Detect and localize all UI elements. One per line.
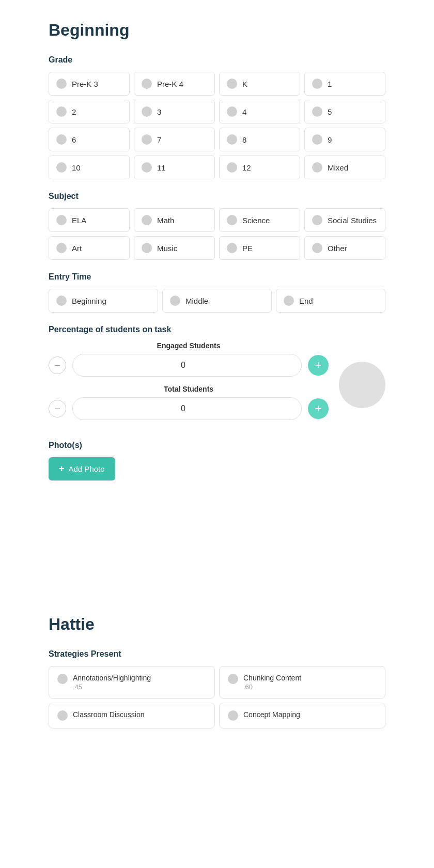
grade-option-12[interactable]: 12 bbox=[219, 156, 300, 179]
radio-music bbox=[142, 243, 152, 253]
entry-time-option-middle[interactable]: Middle bbox=[162, 289, 272, 313]
radio-10 bbox=[56, 162, 67, 173]
pie-chart bbox=[339, 362, 385, 408]
grade-option-10[interactable]: 10 bbox=[49, 156, 130, 179]
total-minus-button[interactable]: − bbox=[49, 400, 66, 417]
radio-5 bbox=[312, 106, 322, 117]
radio-8 bbox=[227, 134, 237, 145]
grade-option-prek3[interactable]: Pre-K 3 bbox=[49, 72, 130, 96]
total-students-input[interactable] bbox=[72, 397, 302, 420]
photos-section: Photo(s) + Add Photo bbox=[49, 441, 385, 481]
subject-label-other: Other bbox=[328, 244, 347, 253]
subject-option-pe[interactable]: PE bbox=[219, 236, 300, 260]
radio-pe bbox=[227, 243, 237, 253]
subject-option-social-studies[interactable]: Social Studies bbox=[304, 208, 385, 232]
strategy-name-annotations: Annotations/Highlighting bbox=[73, 674, 151, 682]
grade-option-9[interactable]: 9 bbox=[304, 128, 385, 151]
radio-chunking bbox=[228, 674, 238, 684]
photos-label: Photo(s) bbox=[49, 441, 385, 450]
grade-option-2[interactable]: 2 bbox=[49, 100, 130, 123]
grade-label-9: 9 bbox=[328, 135, 332, 144]
strategy-item-concept-mapping[interactable]: Concept Mapping bbox=[219, 703, 385, 729]
subject-label-music: Music bbox=[157, 244, 177, 253]
strategies-field: Strategies Present Annotations/Highlight… bbox=[49, 649, 385, 729]
grade-option-7[interactable]: 7 bbox=[134, 128, 215, 151]
engaged-students-label: Engaged Students bbox=[49, 342, 329, 350]
beginning-title: Beginning bbox=[49, 21, 385, 40]
entry-time-label-middle: Middle bbox=[185, 297, 208, 305]
radio-social-studies bbox=[312, 215, 322, 225]
strategies-grid: Annotations/Highlighting .45 Chunking Co… bbox=[49, 666, 385, 729]
entry-time-option-beginning[interactable]: Beginning bbox=[49, 289, 158, 313]
subject-option-other[interactable]: Other bbox=[304, 236, 385, 260]
radio-6 bbox=[56, 134, 67, 145]
strategy-name-concept-mapping: Concept Mapping bbox=[243, 710, 300, 719]
total-students-label: Total Students bbox=[49, 385, 329, 393]
strategies-label: Strategies Present bbox=[49, 649, 385, 659]
grade-label-6: 6 bbox=[72, 135, 76, 144]
total-plus-button[interactable]: + bbox=[308, 398, 329, 419]
strategy-text-classroom-discussion: Classroom Discussion bbox=[73, 710, 144, 720]
add-photo-button[interactable]: + Add Photo bbox=[49, 457, 115, 481]
strategy-text-concept-mapping: Concept Mapping bbox=[243, 710, 300, 720]
grade-option-11[interactable]: 11 bbox=[134, 156, 215, 179]
radio-annotations bbox=[57, 674, 68, 684]
radio-3 bbox=[142, 106, 152, 117]
radio-ela bbox=[56, 215, 67, 225]
radio-11 bbox=[142, 162, 152, 173]
subject-label-art: Art bbox=[72, 244, 82, 253]
grade-option-6[interactable]: 6 bbox=[49, 128, 130, 151]
strategy-item-classroom-discussion[interactable]: Classroom Discussion bbox=[49, 703, 215, 729]
grade-option-prek4[interactable]: Pre-K 4 bbox=[134, 72, 215, 96]
engaged-students-row: − + bbox=[49, 354, 329, 377]
subject-option-science[interactable]: Science bbox=[219, 208, 300, 232]
subject-label: Subject bbox=[49, 192, 385, 201]
radio-7 bbox=[142, 134, 152, 145]
plus-icon-engaged: + bbox=[315, 359, 322, 372]
grade-label-12: 12 bbox=[242, 163, 251, 172]
radio-2 bbox=[56, 106, 67, 117]
grade-option-8[interactable]: 8 bbox=[219, 128, 300, 151]
radio-mixed bbox=[312, 162, 322, 173]
subject-option-math[interactable]: Math bbox=[134, 208, 215, 232]
engaged-plus-button[interactable]: + bbox=[308, 355, 329, 376]
grade-option-3[interactable]: 3 bbox=[134, 100, 215, 123]
radio-science bbox=[227, 215, 237, 225]
grade-option-5[interactable]: 5 bbox=[304, 100, 385, 123]
subject-option-ela[interactable]: ELA bbox=[49, 208, 130, 232]
engaged-students-input[interactable] bbox=[72, 354, 302, 377]
radio-other bbox=[312, 243, 322, 253]
grade-option-k[interactable]: K bbox=[219, 72, 300, 96]
hattie-section: Hattie Strategies Present Annotations/Hi… bbox=[0, 599, 434, 744]
strategy-item-annotations[interactable]: Annotations/Highlighting .45 bbox=[49, 666, 215, 699]
radio-middle bbox=[170, 296, 180, 306]
grade-label-10: 10 bbox=[72, 163, 81, 172]
radio-concept-mapping bbox=[228, 710, 238, 721]
subject-options-grid: ELA Math Science Social Studies Art Musi… bbox=[49, 208, 385, 260]
percentage-label: Percentage of students on task bbox=[49, 325, 385, 334]
grade-label-5: 5 bbox=[328, 107, 332, 116]
grade-label-3: 3 bbox=[157, 107, 161, 116]
subject-option-music[interactable]: Music bbox=[134, 236, 215, 260]
beginning-section: Beginning Grade Pre-K 3 Pre-K 4 K 1 bbox=[0, 0, 434, 496]
radio-math bbox=[142, 215, 152, 225]
subject-label-pe: PE bbox=[242, 244, 253, 253]
entry-time-label-end: End bbox=[299, 297, 313, 305]
strategy-score-chunking: .60 bbox=[243, 683, 301, 691]
engaged-minus-button[interactable]: − bbox=[49, 357, 66, 374]
grade-label-prek4: Pre-K 4 bbox=[157, 80, 183, 88]
grade-label-8: 8 bbox=[242, 135, 246, 144]
spacer bbox=[0, 496, 434, 599]
strategy-item-chunking[interactable]: Chunking Content .60 bbox=[219, 666, 385, 699]
grade-label-prek3: Pre-K 3 bbox=[72, 80, 98, 88]
entry-time-option-end[interactable]: End bbox=[276, 289, 385, 313]
strategy-text-chunking: Chunking Content .60 bbox=[243, 674, 301, 691]
entry-time-label: Entry Time bbox=[49, 272, 385, 282]
subject-option-art[interactable]: Art bbox=[49, 236, 130, 260]
radio-classroom-discussion bbox=[57, 710, 68, 721]
grade-option-1[interactable]: 1 bbox=[304, 72, 385, 96]
grade-label-k: K bbox=[242, 80, 247, 88]
grade-option-4[interactable]: 4 bbox=[219, 100, 300, 123]
radio-end bbox=[284, 296, 294, 306]
grade-option-mixed[interactable]: Mixed bbox=[304, 156, 385, 179]
